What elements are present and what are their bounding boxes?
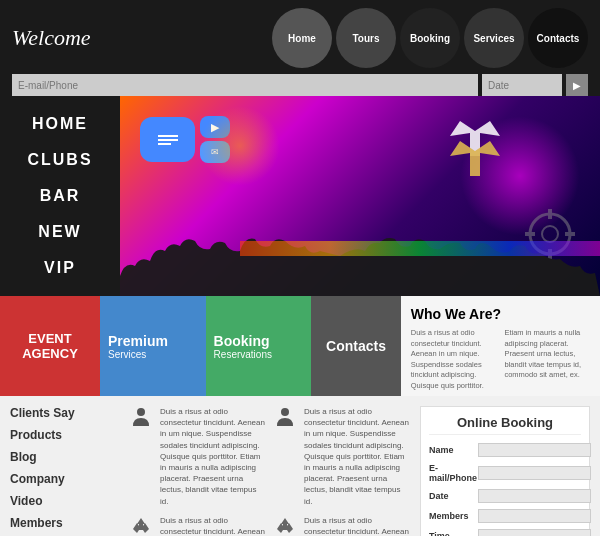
- booking-email-label: E-mail/Phone: [429, 463, 474, 483]
- nav-contacts[interactable]: Contacts: [528, 8, 588, 68]
- sidebar-clients-say[interactable]: Clients Say: [10, 406, 120, 420]
- header: Welcome Home Tours Booking Services Cont…: [0, 0, 600, 96]
- sidebar-products[interactable]: Products: [10, 428, 120, 442]
- left-sidebar: Clients Say Products Blog Company Video …: [10, 406, 120, 536]
- left-nav: HOME CLUBS BAR NEW VIP: [0, 96, 120, 296]
- main-content: Clients Say Products Blog Company Video …: [0, 396, 600, 536]
- person-icon-1: [130, 406, 154, 430]
- sidebar-blog[interactable]: Blog: [10, 450, 120, 464]
- glow-orange: [200, 106, 280, 186]
- content-item-4: Duis a risus at odio consectetur tincidu…: [274, 515, 410, 536]
- booking-title: Booking: [214, 333, 304, 349]
- premium-title: Premium: [108, 333, 198, 349]
- booking-name-input[interactable]: [478, 443, 591, 457]
- content-text-2: Duis a risus at odio consectetur tincidu…: [304, 406, 410, 507]
- recycle-icon-1: [130, 515, 154, 536]
- booking-name-label: Name: [429, 445, 474, 455]
- booking-time-label: Time: [429, 531, 474, 536]
- booking-reservations[interactable]: Booking Reservations: [206, 296, 312, 396]
- booking-subtitle: Reservations: [214, 349, 304, 360]
- nav-booking[interactable]: Booking: [400, 8, 460, 68]
- who-we-are: Who We Are? Duis a risus at odio consect…: [401, 296, 600, 396]
- booking-date-input[interactable]: [478, 489, 591, 503]
- booking-box-title: Online Booking: [429, 415, 581, 435]
- hero-image: ▶ ✉: [120, 96, 600, 296]
- nav-services[interactable]: Services: [464, 8, 524, 68]
- svg-point-12: [281, 408, 289, 416]
- booking-email-input[interactable]: [478, 466, 591, 480]
- booking-date-field: Date: [429, 489, 581, 503]
- recycle-icon-2: [274, 515, 298, 536]
- contacts-label: Contacts: [326, 338, 386, 354]
- event-agency[interactable]: EVENTAGENCY: [0, 296, 100, 396]
- svg-point-11: [137, 408, 145, 416]
- nav-clubs-item[interactable]: CLUBS: [0, 143, 120, 177]
- nav-new-item[interactable]: NEW: [0, 215, 120, 249]
- booking-name-field: Name: [429, 443, 581, 457]
- sidebar-video[interactable]: Video: [10, 494, 120, 508]
- content-text-1: Duis a risus at odio consectetur tincidu…: [160, 406, 266, 507]
- nav-vip-item[interactable]: VIP: [0, 251, 120, 285]
- who-text: Duis a risus at odio consectetur tincidu…: [411, 328, 590, 391]
- content-item-1: Duis a risus at odio consectetur tincidu…: [130, 406, 266, 507]
- who-title: Who We Are?: [411, 306, 590, 322]
- booking-time-field: Time: [429, 529, 581, 536]
- nav-circles: Home Tours Booking Services Contacts: [272, 8, 588, 68]
- booking-date-label: Date: [429, 491, 474, 501]
- content-item-2: Duis a risus at odio consectetur tincidu…: [274, 406, 410, 507]
- search-button[interactable]: ▶: [566, 74, 588, 96]
- premium-subtitle: Services: [108, 349, 198, 360]
- nav-home-item[interactable]: HOME: [0, 107, 120, 141]
- date-input[interactable]: [482, 74, 562, 96]
- bubble-large: [140, 117, 195, 162]
- person-icon-2: [274, 406, 298, 430]
- content-text-3: Duis a risus at odio consectetur tincidu…: [160, 515, 266, 536]
- services-bar: EVENTAGENCY Premium Services Booking Res…: [0, 296, 600, 396]
- booking-members-input[interactable]: [478, 509, 591, 523]
- content-text-4: Duis a risus at odio consectetur tincidu…: [304, 515, 410, 536]
- arrow-decorations: [450, 121, 500, 176]
- content-item-3: Duis a risus at odio consectetur tincidu…: [130, 515, 266, 536]
- contacts-service[interactable]: Contacts: [311, 296, 401, 396]
- booking-time-input[interactable]: [478, 529, 591, 536]
- hero-section: HOME CLUBS BAR NEW VIP ▶ ✉: [0, 96, 600, 296]
- header-top: Welcome Home Tours Booking Services Cont…: [12, 8, 588, 74]
- content-grid: Duis a risus at odio consectetur tincidu…: [130, 406, 410, 536]
- site-title: Welcome: [12, 25, 91, 51]
- nav-tours[interactable]: Tours: [336, 8, 396, 68]
- booking-members-field: Members: [429, 509, 581, 523]
- booking-members-label: Members: [429, 511, 474, 521]
- search-input[interactable]: [12, 74, 478, 96]
- sidebar-company[interactable]: Company: [10, 472, 120, 486]
- search-bar: ▶: [12, 74, 588, 96]
- online-booking: Online Booking Name E-mail/Phone Date Me…: [420, 406, 590, 536]
- event-agency-label: EVENTAGENCY: [22, 331, 78, 361]
- nav-home[interactable]: Home: [272, 8, 332, 68]
- color-strip: [240, 241, 600, 256]
- nav-bar-item[interactable]: BAR: [0, 179, 120, 213]
- booking-email-field: E-mail/Phone: [429, 463, 581, 483]
- premium-services[interactable]: Premium Services: [100, 296, 206, 396]
- sidebar-members[interactable]: Members: [10, 516, 120, 530]
